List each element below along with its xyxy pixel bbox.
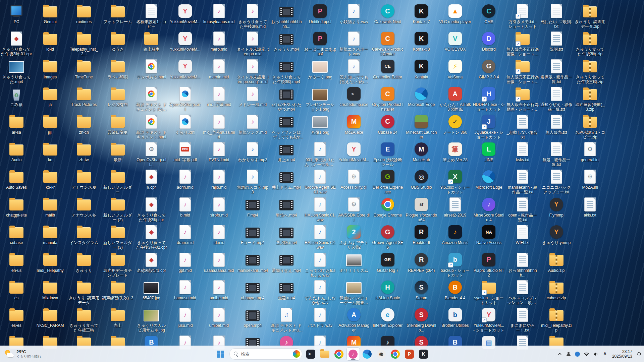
desktop-icon[interactable]: PC bbox=[0, 3, 33, 24]
desktop-icon[interactable]: ♪こってtldすおfdsbふぁ.wav bbox=[303, 252, 337, 278]
desktop-icon[interactable]: en-us bbox=[0, 252, 33, 273]
desktop-icon[interactable]: ♪HALion Sonic 02.wav bbox=[303, 224, 337, 250]
desktop-icon[interactable]: akis.txt bbox=[573, 197, 607, 218]
desktop-icon[interactable]: KKontakt bbox=[405, 59, 438, 79]
desktop-icon[interactable]: Yきゅうり.ymmp bbox=[540, 224, 573, 245]
desktop-icon[interactable]: ヘッドフォンはずしてても&かり.mp4 bbox=[270, 114, 303, 139]
desktop-icon[interactable]: ニコニコバックアップコー.txt bbox=[540, 169, 573, 194]
taskbar-app-chrome[interactable] bbox=[332, 347, 346, 361]
desktop-icon[interactable]: airset2-2019 bbox=[438, 197, 472, 218]
desktop-icon[interactable]: runtimes bbox=[67, 3, 101, 24]
desktop-icon[interactable]: ohhayo-.mp4 bbox=[236, 280, 269, 300]
desktop-icon[interactable]: ♪umibet.mid bbox=[202, 307, 236, 328]
desktop-icon[interactable]: ♪Amazon Music bbox=[438, 224, 472, 245]
ime-indicator[interactable]: A bbox=[600, 350, 609, 358]
desktop-icon[interactable]: 筆筆まめ Ver.28 bbox=[438, 141, 472, 162]
desktop-icon[interactable]: 選択版 - 親作品一覧.txt bbox=[540, 59, 573, 84]
desktop-icon[interactable]: AActivation Manager bbox=[337, 307, 371, 333]
desktop-icon[interactable]: 新しいフォルダー (2) bbox=[101, 197, 135, 222]
taskbar-app-edge[interactable] bbox=[361, 347, 374, 361]
desktop-icon[interactable]: Microsoft Edge bbox=[405, 86, 438, 107]
desktop-icon[interactable]: きゅうり食ってた午後三時 bbox=[67, 307, 101, 333]
desktop-icon[interactable]: おっhhhhhhhhhhhh... bbox=[270, 3, 303, 29]
desktop-icon[interactable]: sfPlogue sforzando x64 bbox=[405, 197, 438, 222]
desktop-icon[interactable]: ♪aorin.mid bbox=[168, 169, 202, 190]
desktop-icon[interactable]: ↗無人販売不正行為動画 - ショートカット bbox=[506, 86, 539, 112]
desktop-icon[interactable]: F.mp4 bbox=[236, 197, 269, 218]
desktop-icon[interactable]: MMoZA.exe bbox=[337, 114, 371, 135]
desktop-icon[interactable]: ◎OBS Studio bbox=[405, 169, 438, 190]
desktop-icon[interactable]: open.mp4 bbox=[236, 307, 269, 328]
desktop-icon[interactable]: まにまにやろー！.txt bbox=[506, 307, 539, 333]
desktop-icon[interactable]: ♪タイトル未設定, tempo.mid bbox=[236, 31, 269, 56]
taskbar-app-powerpoint[interactable]: P bbox=[403, 347, 416, 361]
desktop-icon[interactable]: Auto Saves bbox=[0, 169, 33, 190]
desktop-icon[interactable]: SSteam bbox=[405, 280, 438, 300]
desktop-icon[interactable]: ♪わかりやす.mp3 bbox=[236, 141, 269, 162]
desktop-icon[interactable]: くらり.xml bbox=[168, 114, 202, 135]
desktop-icon[interactable]: ♪mid_字幕.mid bbox=[202, 86, 236, 107]
desktop-icon[interactable]: きゅうり_調声用データ.zip bbox=[573, 3, 607, 29]
desktop-icon[interactable]: ♪meroin.mid bbox=[202, 59, 236, 79]
desktop-icon[interactable]: ♪mid_字幕musa.mid bbox=[202, 114, 236, 139]
desktop-icon[interactable]: X↗9.5.xlsx - ショートカット bbox=[438, 169, 472, 194]
desktop-icon[interactable]: 孤独なインディーゲーム開発者の一生... bbox=[337, 280, 371, 305]
desktop-icon[interactable]: Mixdown bbox=[34, 280, 67, 300]
desktop-icon[interactable]: 営業日変更 bbox=[101, 114, 135, 135]
desktop-icon[interactable]: ラベル印刷 bbox=[101, 59, 135, 79]
desktop-icon[interactable]: 売上 bbox=[101, 307, 135, 328]
desktop-icon[interactable]: ◆きゅうり食ってた午後3時.cpr bbox=[135, 197, 168, 222]
desktop-icon[interactable]: ◆9.cpr bbox=[135, 169, 168, 190]
desktop-icon[interactable]: ♪uaaaaaaaaa.mid bbox=[202, 252, 236, 273]
desktop-icon[interactable]: YYukkuriMovieM... bbox=[168, 3, 202, 24]
desktop-icon[interactable]: ♫新規 テキスト ドキュメント.musicxml bbox=[270, 307, 303, 333]
weather-widget[interactable]: 29°C くもり時々晴れ bbox=[1, 348, 45, 360]
taskbar-app-k-app[interactable]: K bbox=[417, 347, 430, 361]
tray-blue-app[interactable] bbox=[573, 350, 582, 358]
desktop-icon[interactable]: open - 親作品一覧.txt bbox=[506, 197, 539, 222]
desktop-icon[interactable]: ↗万引きメモ.txt - ショートカット bbox=[506, 3, 539, 29]
desktop-icon[interactable]: RReaktor 6 bbox=[405, 224, 438, 245]
clock[interactable]: 23:17 2025/09/13 bbox=[610, 349, 635, 359]
desktop-icon[interactable]: ◆きゅうり食ってた午後3時-01.cpr bbox=[0, 31, 33, 56]
desktop-icon[interactable]: ♪答え知ってても(言えない!)わこれ!.wav bbox=[337, 59, 371, 84]
desktop-icon[interactable]: zh-tw bbox=[67, 141, 101, 162]
desktop-icon[interactable]: ♪HALion Sonic 01.wav bbox=[303, 197, 337, 222]
desktop-icon[interactable]: ⚡VoiSona bbox=[438, 59, 472, 79]
desktop-icon[interactable]: おっhhhhhhhhhh... bbox=[506, 252, 539, 278]
desktop-icon[interactable]: 無題 - 親作品一覧.txt bbox=[540, 141, 573, 167]
desktop-icon[interactable]: ↗syasinn - ショートカット bbox=[472, 280, 505, 305]
desktop-icon[interactable]: ♪Groove Agent SE 01.wav bbox=[303, 169, 337, 194]
desktop-icon[interactable]: Track Pictures bbox=[67, 86, 101, 107]
desktop-icon[interactable]: ↗無人販売不正行為画像 - ショートカット bbox=[506, 59, 539, 84]
desktop-icon[interactable]: ksks.txt bbox=[506, 141, 539, 162]
desktop-icon[interactable]: KKontakt 8 bbox=[405, 31, 438, 52]
desktop-icon[interactable]: きゅうり食ってた午後三時.zip bbox=[573, 59, 607, 84]
desktop-icon[interactable]: CCrypton Product Installer bbox=[371, 86, 405, 112]
desktop-icon[interactable]: cubase bbox=[0, 224, 33, 245]
desktop-icon[interactable]: ♪メドレー風.mid bbox=[236, 86, 269, 107]
desktop-icon[interactable]: Aかんたん！AITalk 3 関西風 bbox=[438, 86, 472, 112]
desktop-icon[interactable]: CCakewalk Next bbox=[371, 3, 405, 24]
desktop-icon[interactable]: 通知うぜえ - 親作品一覧.txt bbox=[540, 86, 573, 112]
desktop-icon[interactable]: ⚙AWSSDK.Core.dll bbox=[337, 197, 371, 222]
desktop-icon[interactable]: きゅうり食ってた午後3時.mp4 bbox=[270, 59, 303, 84]
desktop-icon[interactable]: NANative Access bbox=[472, 224, 505, 245]
desktop-icon[interactable]: ヘルスコンプレッション__歌詞.txt bbox=[506, 280, 539, 305]
desktop-icon[interactable]: ♪sirofo.mid bbox=[202, 197, 236, 218]
desktop-icon[interactable]: 65407.jpg bbox=[135, 280, 168, 300]
desktop-icon[interactable]: ♪タイトル未設定, tempo.song1.mid bbox=[236, 59, 269, 84]
desktop-icon[interactable]: ♪td.mid bbox=[202, 224, 236, 245]
desktop-icon[interactable]: CCubase 14 bbox=[371, 114, 405, 135]
desktop-icon[interactable]: es bbox=[0, 280, 33, 300]
desktop-icon[interactable]: Telepathy_Inst_2... bbox=[67, 31, 101, 56]
desktop-icon[interactable]: 最新 bbox=[101, 141, 135, 162]
desktop-icon[interactable]: Images bbox=[34, 59, 67, 79]
desktop-icon[interactable]: 名称未設定1 - コピー bbox=[135, 3, 168, 29]
desktop-icon[interactable]: Pおーばーまにあ.ppsf bbox=[303, 31, 337, 56]
desktop-icon[interactable]: id-id bbox=[34, 31, 67, 52]
desktop-icon[interactable]: ♪jusu.mid bbox=[168, 307, 202, 328]
desktop-icon[interactable]: ♪rajio.mid bbox=[202, 169, 236, 190]
desktop-icon[interactable]: VVOICEVOX bbox=[438, 31, 472, 52]
desktop-icon[interactable]: ♪きゅうり食ってた午後3時.mid bbox=[236, 3, 269, 29]
